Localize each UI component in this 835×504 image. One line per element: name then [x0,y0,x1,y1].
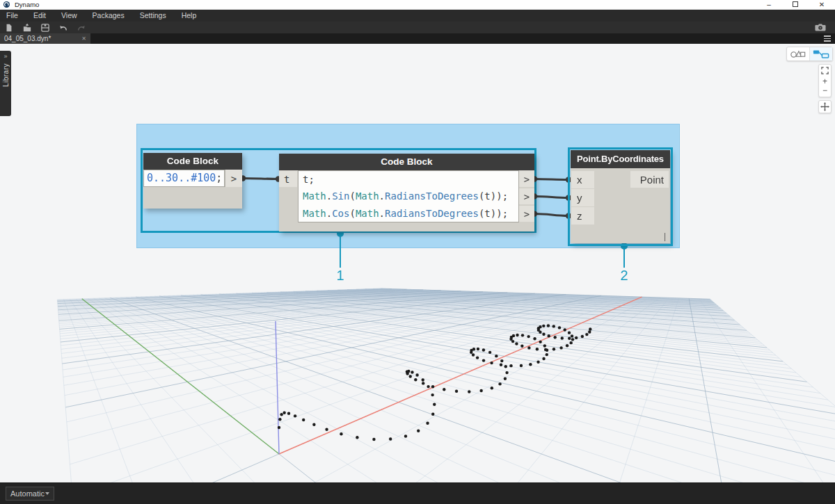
new-file-icon [5,24,13,32]
undo-button[interactable] [54,22,72,33]
fit-to-view-button[interactable] [821,67,829,76]
annotation-1-label: 1 [336,268,344,284]
zoom-controls-panel: + − [818,64,832,97]
menu-file[interactable]: File [0,10,26,22]
window-controls: – ✕ [756,0,835,9]
graph-view-toggle[interactable] [809,47,832,60]
new-file-button[interactable] [0,22,18,33]
code-block-2-output-port-1[interactable]: > [519,171,534,187]
wire-cb2-to-point-y[interactable] [534,197,568,198]
window-title: Dynamo [15,1,39,8]
library-panel-tab[interactable]: » Library [0,51,11,116]
point-input-port-z[interactable]: z [571,207,594,225]
wire-cb2-to-point-z[interactable] [534,214,568,216]
node-code-block-1-header[interactable]: Code Block [143,153,242,170]
code-block-1-code[interactable]: 0..30..#100; [143,170,225,187]
code-block-2-code[interactable]: t; Math.Sin(Math.RadiansToDegrees(t)); M… [298,170,519,222]
redo-icon [77,24,86,32]
tab-04-05-03[interactable]: 04_05_03.dyn* ✕ [0,33,90,44]
fit-to-view-icon [821,67,829,74]
maximize-icon [793,1,798,7]
tabbar: 04_05_03.dyn* ✕ [0,33,835,44]
node-point-bycoordinates[interactable]: Point.ByCoordinates x y z Point | [571,150,670,243]
code-block-2-output-port-3[interactable]: > [519,206,534,222]
library-expand-icon: » [3,54,7,60]
close-button[interactable]: ✕ [809,0,835,9]
run-mode-value: Automatic [10,489,45,498]
chevron-down-icon [45,492,49,495]
run-mode-dropdown[interactable]: Automatic [6,487,54,501]
tab-list-menu-icon[interactable] [824,35,831,42]
menu-packages[interactable]: Packages [85,10,132,22]
annotation-2-label: 2 [620,268,628,284]
menu-view[interactable]: View [54,10,85,22]
wire-cb2-to-point-x[interactable] [534,179,568,180]
geometry-view-icon [790,49,806,58]
undo-icon [59,24,67,32]
menubar: File Edit View Packages Settings Help [0,10,835,22]
code-block-2-output-port-2[interactable]: > [519,188,534,204]
maximize-button[interactable] [782,0,809,9]
status-bar: Automatic [0,482,835,504]
code-block-1-output-port[interactable]: > [225,170,242,187]
save-button[interactable] [36,22,54,33]
save-icon [41,24,49,32]
point-input-port-x[interactable]: x [571,171,594,188]
menu-help[interactable]: Help [174,10,205,22]
menu-edit[interactable]: Edit [26,10,54,22]
annotation-2-line [623,248,625,268]
geometry-view-toggle[interactable] [787,47,809,60]
annotation-1-line [340,236,341,268]
zoom-in-button[interactable]: + [822,77,827,86]
minimize-button[interactable]: – [756,0,782,9]
wire-cb1-to-cb2[interactable] [243,179,278,179]
export-image-button[interactable] [810,22,831,33]
tab-close-icon[interactable]: ✕ [81,35,86,42]
lacing-indicator[interactable]: | [664,231,666,241]
point-output-port[interactable]: Point [630,171,669,188]
node-code-block-2-header[interactable]: Code Block [279,154,534,170]
open-file-icon [23,24,31,32]
view-mode-toggles [786,47,833,61]
graph-canvas[interactable]: » Library Code Block 0..30..#100; > Code [0,44,835,482]
node-code-block-2[interactable]: Code Block t t; Math.Sin(Math.RadiansToD… [279,154,534,231]
code-block-2-input-port-t[interactable]: t [279,171,297,187]
toolbar [0,22,835,33]
node-point-header[interactable]: Point.ByCoordinates [571,150,670,168]
node-code-block-1[interactable]: Code Block 0..30..#100; > [143,153,242,209]
redo-button[interactable] [72,22,90,33]
window-titlebar: Dynamo – ✕ [0,0,835,10]
open-file-button[interactable] [18,22,36,33]
library-label: Library [2,63,10,87]
wires-layer [0,44,835,482]
menu-settings[interactable]: Settings [132,10,174,22]
pan-button[interactable] [818,100,832,113]
camera-icon [815,24,826,31]
zoom-out-button[interactable]: − [822,86,827,95]
tab-title: 04_05_03.dyn* [4,35,79,42]
graph-view-icon [813,49,829,58]
dynamo-app-icon [3,1,10,8]
pan-icon [820,102,829,111]
point-input-port-y[interactable]: y [571,189,594,206]
